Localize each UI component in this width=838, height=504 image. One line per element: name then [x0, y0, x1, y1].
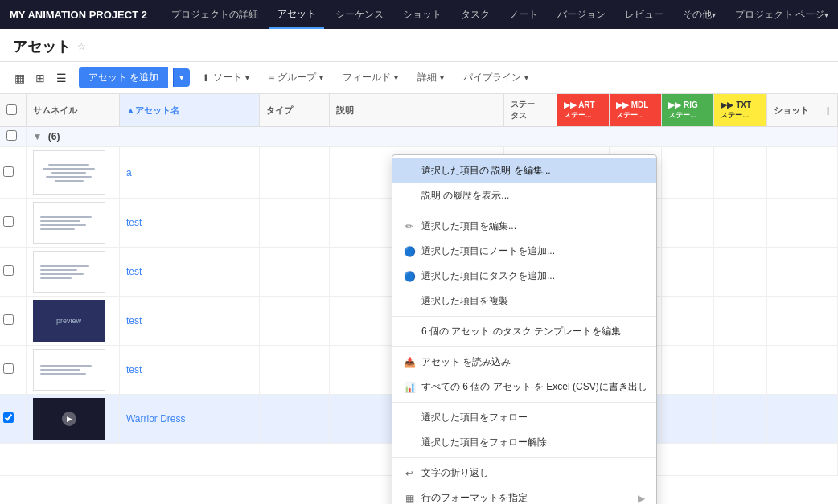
row1-name-cell: a: [119, 147, 259, 199]
ctx-edit-selected[interactable]: ✏ 選択した項目を編集...: [392, 214, 656, 239]
add-asset-button[interactable]: アセット を追加: [79, 67, 168, 88]
row4-asset-link[interactable]: test: [126, 315, 142, 326]
field-arrow-icon: ▾: [394, 73, 398, 82]
detail-button[interactable]: 詳細 ▾: [410, 67, 451, 88]
row6-thumbnail-cell: ▶: [26, 395, 119, 444]
ctx-add-task[interactable]: 🔵 選択した項目にタスクを追加...: [392, 264, 656, 289]
row5-checkbox[interactable]: [3, 363, 14, 374]
row1-asset-link[interactable]: a: [126, 167, 132, 178]
col-header-status: ステータス: [504, 94, 557, 127]
nav-assets[interactable]: アセット: [269, 0, 324, 29]
ctx-follow-label: 選択した項目をフォロー: [421, 411, 528, 424]
row2-shot-cell: [766, 199, 820, 248]
row4-thumbnail: preview: [33, 300, 105, 342]
nav-other[interactable]: その他: [675, 0, 724, 29]
nav-notes[interactable]: ノート: [501, 0, 546, 29]
row6-asset-link[interactable]: Warrior Dress: [126, 413, 186, 424]
nav-versions[interactable]: バージョン: [549, 0, 614, 29]
ctx-row-format-label: 行のフォーマットを指定: [421, 491, 528, 504]
row1-checkbox[interactable]: [3, 166, 14, 177]
view-tile-icon[interactable]: ⊞: [31, 68, 50, 88]
ctx-word-wrap[interactable]: ↩ 文字の折り返し: [392, 461, 656, 486]
ctx-edit-task-template[interactable]: 6 個の アセット のタスク テンプレートを編集: [392, 319, 656, 344]
col-header-art: ▶▶ ART ステー...: [557, 94, 609, 127]
ctx-duplicate[interactable]: 選択した項目を複製: [392, 289, 656, 313]
col-art-sub: ステー...: [564, 111, 592, 119]
nav-review[interactable]: レビュー: [617, 0, 672, 29]
nav-tasks[interactable]: タスク: [453, 0, 498, 29]
pipeline-button[interactable]: パイプライン ▾: [456, 67, 536, 88]
nav-shots[interactable]: ショット: [395, 0, 450, 29]
ctx-show-desc-history-label: 説明 の履歴を表示...: [421, 189, 509, 203]
favorite-star-icon[interactable]: ☆: [77, 41, 86, 52]
ctx-edit-description-label: 選択した項目の 説明 を編集...: [421, 164, 551, 178]
row6-checkbox[interactable]: [3, 412, 14, 423]
col-header-type: タイプ: [259, 94, 329, 127]
pipeline-arrow-icon: ▾: [524, 73, 528, 82]
row2-rig-cell: [662, 199, 714, 248]
ctx-format-icon: ▦: [404, 493, 415, 504]
ctx-import[interactable]: 📥 アセット を読み込み: [392, 350, 656, 375]
nav-project-details[interactable]: プロジェクトの詳細: [163, 0, 266, 29]
sort-label: ソート: [213, 71, 242, 84]
row2-end-cell: [820, 199, 838, 248]
ctx-show-description-history[interactable]: 説明 の履歴を表示...: [392, 183, 656, 208]
col-header-name[interactable]: ▲アセット名: [119, 94, 259, 127]
col-resize-handle[interactable]: |: [820, 94, 838, 127]
ctx-unfollow[interactable]: 選択した項目をフォロー解除: [392, 430, 656, 455]
row4-checkbox[interactable]: [3, 314, 14, 325]
row1-end-cell: [820, 147, 838, 199]
group-checkbox[interactable]: [6, 130, 17, 141]
add-asset-dropdown-button[interactable]: ▾: [173, 68, 190, 87]
ctx-separator-5: [392, 457, 656, 458]
group-checkbox-cell: [0, 127, 26, 147]
row3-asset-link[interactable]: test: [126, 266, 142, 277]
ctx-separator-1: [392, 211, 656, 211]
detail-label: 詳細: [417, 71, 437, 84]
row3-checkbox[interactable]: [3, 265, 14, 276]
ctx-duplicate-label: 選択した項目を複製: [421, 294, 508, 308]
ctx-row-format[interactable]: ▦ 行のフォーマットを指定 ▶: [392, 486, 656, 504]
ctx-unfollow-label: 選択した項目をフォロー解除: [421, 436, 547, 449]
ctx-export-csv[interactable]: 📊 すべての 6 個の アセット を Excel (CSV)に書き出し: [392, 375, 656, 400]
ctx-edit-description[interactable]: 選択した項目の 説明 を編集...: [392, 158, 656, 183]
row2-txt-cell: [714, 199, 766, 248]
row5-thumbnail-cell: [26, 346, 119, 395]
sort-icon: ⬆: [202, 72, 210, 84]
ctx-separator-3: [392, 346, 656, 347]
nav-project-page[interactable]: プロジェクト ページ: [727, 0, 836, 29]
group-label-cell: ▼ (6): [26, 127, 820, 147]
sort-button[interactable]: ⬆ ソート ▾: [195, 67, 257, 88]
ctx-task-icon: 🔵: [404, 271, 415, 282]
ctx-add-task-label: 選択した項目にタスクを追加...: [421, 269, 555, 283]
group-expand-icon[interactable]: ▼: [33, 131, 43, 142]
row5-asset-link[interactable]: test: [126, 364, 142, 375]
table-header-row: サムネイル ▲アセット名 タイプ 説明 ステータス ▶▶ ART ステー... …: [0, 94, 838, 127]
col-header-txt: ▶▶ TXT ステー...: [714, 94, 766, 127]
row3-thumbnail: [33, 251, 105, 293]
view-list-icon[interactable]: ☰: [51, 68, 71, 88]
row3-name-cell: test: [119, 248, 259, 297]
row4-thumbnail-cell: preview: [26, 297, 119, 346]
row2-checkbox[interactable]: [3, 216, 14, 227]
group-label-text: (6): [48, 131, 60, 142]
group-button[interactable]: ≡ グループ ▾: [261, 67, 331, 88]
field-button[interactable]: フィールド ▾: [335, 67, 405, 88]
view-grid-icon[interactable]: ▦: [10, 68, 29, 88]
row2-asset-link[interactable]: test: [126, 217, 142, 228]
ctx-add-note[interactable]: 🔵 選択した項目にノートを追加...: [392, 239, 656, 264]
ctx-edit-selected-label: 選択した項目を編集...: [421, 219, 516, 233]
detail-arrow-icon: ▾: [440, 73, 444, 82]
col-header-desc: 説明: [329, 94, 504, 127]
play-icon: ▶: [62, 412, 76, 426]
row1-checkbox-cell: [0, 147, 26, 199]
nav-sequences[interactable]: シーケンス: [327, 0, 392, 29]
select-all-checkbox[interactable]: [6, 104, 17, 115]
row1-thumbnail-cell: [26, 147, 119, 199]
ctx-follow[interactable]: 選択した項目をフォロー: [392, 405, 656, 430]
row6-name-cell: Warrior Dress: [119, 395, 259, 444]
row1-txt-cell: [714, 147, 766, 199]
row5-name-cell: test: [119, 346, 259, 395]
col-sort-icon: ▲: [126, 105, 135, 115]
col-header-rig: ▶▶ RIG ステー...: [662, 94, 714, 127]
